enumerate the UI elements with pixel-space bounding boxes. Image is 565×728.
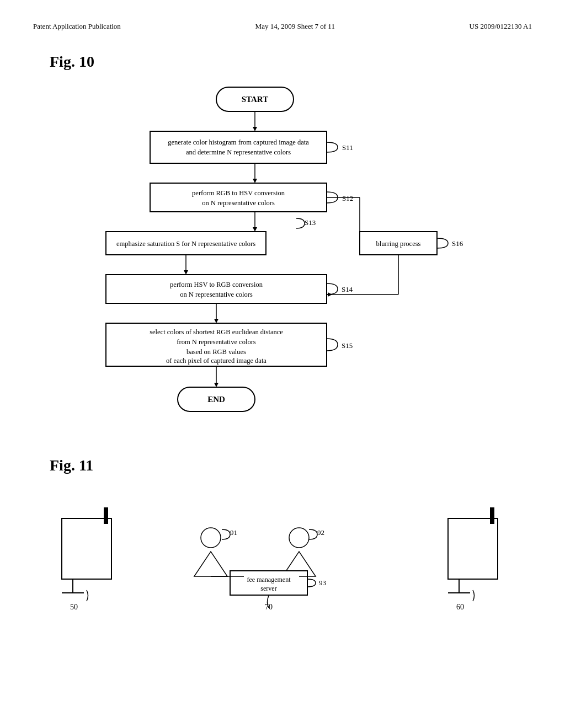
svg-text:based on RGB values: based on RGB values [186, 348, 246, 356]
svg-text:60: 60 [456, 603, 464, 611]
svg-text:START: START [242, 95, 268, 104]
svg-text:93: 93 [319, 579, 326, 587]
svg-text:generate color histogram from : generate color histogram from captured i… [168, 138, 309, 146]
svg-text:of each pixel of captured imag: of each pixel of captured image data [166, 357, 266, 365]
svg-text:END: END [207, 395, 225, 404]
svg-text:on N representative colors: on N representative colors [202, 199, 275, 207]
svg-text:blurring process: blurring process [376, 240, 421, 248]
svg-rect-63 [448, 518, 498, 579]
svg-marker-34 [214, 319, 218, 323]
svg-point-50 [201, 528, 221, 548]
svg-text:select colors of shortest RGB : select colors of shortest RGB euclidean … [150, 328, 283, 336]
fig10-label: Fig. 10 [50, 53, 94, 70]
svg-text:and determine N representative: and determine N representative colors [186, 148, 291, 156]
fig11-label: Fig. 11 [50, 457, 93, 474]
svg-text:perform RGB to HSV conversion: perform RGB to HSV conversion [192, 189, 285, 197]
svg-marker-15 [253, 227, 257, 232]
svg-text:S11: S11 [342, 143, 353, 152]
svg-text:S16: S16 [452, 239, 463, 248]
svg-text:50: 50 [70, 603, 78, 611]
svg-text:fee management: fee management [247, 576, 291, 584]
svg-point-53 [289, 528, 309, 548]
svg-marker-9 [253, 179, 257, 183]
svg-rect-29 [106, 275, 327, 303]
patent-page: Patent Application Publication May 14, 2… [0, 0, 565, 728]
svg-text:S13: S13 [305, 218, 316, 227]
svg-rect-66 [490, 507, 494, 524]
svg-text:91: 91 [230, 528, 237, 537]
svg-marker-25 [184, 270, 188, 275]
header-middle: May 14, 2009 Sheet 7 of 11 [255, 22, 335, 31]
svg-text:S12: S12 [342, 194, 353, 202]
svg-rect-45 [62, 518, 111, 579]
fig10-flowchart: START generate color histogram from capt… [67, 82, 498, 424]
header-left: Patent Application Publication [33, 22, 121, 31]
svg-rect-48 [104, 507, 108, 524]
page-header: Patent Application Publication May 14, 2… [33, 22, 532, 31]
svg-text:S15: S15 [342, 341, 353, 350]
svg-text:from N representative colors: from N representative colors [177, 338, 255, 346]
svg-text:S14: S14 [342, 285, 353, 293]
svg-text:92: 92 [317, 528, 324, 537]
svg-text:emphasize saturation S for N r: emphasize saturation S for N representat… [116, 240, 255, 248]
svg-rect-10 [150, 183, 327, 212]
fig11-diagram: 50 91 92 fee management server 93 [34, 485, 531, 640]
svg-text:server: server [260, 585, 276, 592]
svg-text:on N representative colors: on N representative colors [180, 291, 253, 298]
header-right: US 2009/0122130 A1 [470, 22, 532, 31]
svg-rect-4 [150, 131, 327, 163]
svg-marker-42 [214, 383, 218, 387]
svg-marker-51 [194, 552, 227, 576]
svg-text:perform HSV to RGB conversion: perform HSV to RGB conversion [170, 281, 263, 288]
svg-marker-3 [253, 127, 257, 131]
